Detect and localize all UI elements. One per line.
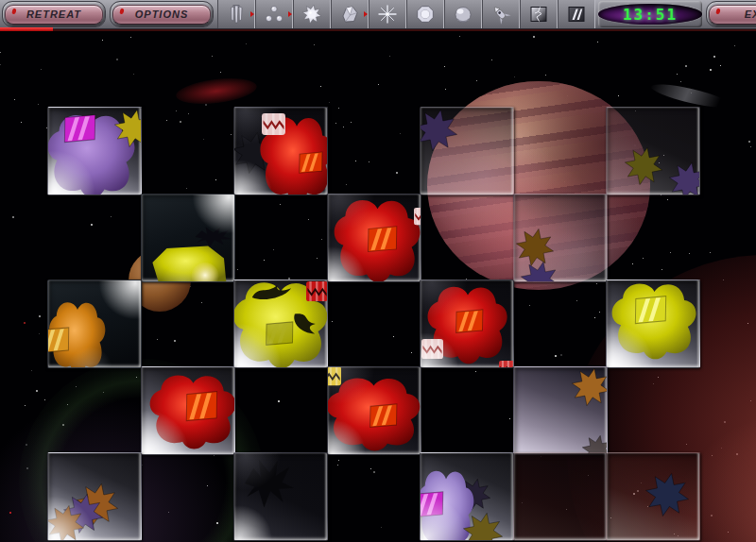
star bbox=[273, 249, 274, 250]
tile-r3c5[interactable] bbox=[513, 366, 608, 455]
star bbox=[597, 42, 598, 42]
star bbox=[338, 108, 339, 109]
red-arrow-marker bbox=[250, 11, 254, 17]
star bbox=[533, 36, 535, 38]
star bbox=[476, 80, 477, 81]
tile-r4c0[interactable] bbox=[47, 452, 142, 541]
star bbox=[264, 260, 265, 261]
star bbox=[445, 89, 446, 90]
options-button[interactable]: OPTIONS bbox=[112, 5, 211, 25]
star bbox=[338, 460, 339, 461]
retreat-button-label: RETREAT bbox=[26, 8, 81, 20]
star bbox=[685, 65, 687, 67]
progress-fill bbox=[0, 27, 53, 31]
tile-r1c1[interactable] bbox=[141, 194, 235, 282]
star bbox=[237, 269, 238, 270]
tile-r3c3[interactable] bbox=[327, 366, 421, 455]
star bbox=[509, 418, 510, 419]
star bbox=[278, 400, 280, 402]
star bbox=[38, 104, 39, 105]
star bbox=[689, 253, 690, 254]
sparkle-tool-icon-button[interactable] bbox=[369, 0, 406, 28]
mine-tool-icon-button[interactable] bbox=[293, 0, 331, 28]
pillar-tool-icon-button[interactable] bbox=[217, 0, 255, 28]
button-accent-icon bbox=[11, 8, 16, 14]
star bbox=[632, 263, 633, 264]
star bbox=[748, 141, 750, 143]
tile-r4c6[interactable] bbox=[606, 452, 700, 541]
star bbox=[713, 56, 715, 58]
star bbox=[111, 216, 112, 217]
star bbox=[369, 161, 369, 162]
star bbox=[157, 339, 158, 340]
star bbox=[133, 74, 134, 75]
tile-r1c5[interactable] bbox=[513, 194, 608, 282]
star bbox=[39, 315, 41, 317]
cracked-tile-tool-icon-button[interactable] bbox=[520, 0, 558, 28]
exit-button-frame: EXIT bbox=[706, 1, 756, 27]
star bbox=[329, 102, 330, 103]
exit-button[interactable]: EXIT bbox=[709, 5, 756, 25]
crystal-tool-icon bbox=[339, 4, 360, 25]
red-arrow-marker bbox=[364, 11, 368, 17]
tile-r0c6[interactable] bbox=[606, 107, 700, 195]
star bbox=[215, 179, 216, 180]
tile-r2c0[interactable] bbox=[47, 279, 142, 368]
star bbox=[351, 122, 352, 123]
retreat-button-frame: RETREAT bbox=[2, 1, 106, 27]
star bbox=[0, 64, 1, 65]
tile-r0c2[interactable] bbox=[233, 107, 328, 195]
star bbox=[396, 172, 398, 174]
star bbox=[560, 354, 562, 356]
tile-r2c6[interactable] bbox=[606, 279, 700, 368]
star bbox=[186, 188, 187, 189]
star bbox=[680, 81, 681, 82]
star bbox=[220, 72, 221, 73]
striped-tile-tool-icon bbox=[566, 4, 587, 25]
tile-r4c2[interactable] bbox=[233, 452, 328, 541]
cracked-tile-tool-icon bbox=[528, 4, 549, 25]
rocket-tool-icon bbox=[490, 4, 511, 25]
options-button-label: OPTIONS bbox=[135, 8, 189, 20]
tile-r0c0[interactable] bbox=[47, 107, 142, 195]
tile-r4c5[interactable] bbox=[513, 452, 608, 541]
star bbox=[750, 146, 751, 147]
tile-r2c2[interactable] bbox=[233, 279, 328, 368]
star bbox=[337, 465, 338, 466]
gem-tool-icon-button[interactable] bbox=[406, 0, 444, 28]
star bbox=[314, 44, 315, 45]
molecules-tool-icon-button[interactable] bbox=[255, 0, 293, 28]
tile-r1c3[interactable] bbox=[327, 194, 421, 282]
star bbox=[373, 471, 375, 473]
crystal-tool-icon-button[interactable] bbox=[331, 0, 369, 28]
timer-oval: 13:51 bbox=[598, 4, 702, 25]
sphere-tool-icon-button[interactable] bbox=[444, 0, 482, 28]
star bbox=[44, 399, 45, 400]
star bbox=[343, 127, 344, 127]
star bbox=[203, 139, 204, 140]
star bbox=[317, 258, 318, 259]
tile-r3c1[interactable] bbox=[141, 366, 235, 455]
tile-r0c4[interactable] bbox=[420, 107, 514, 195]
star bbox=[545, 75, 546, 76]
tile-r2c4[interactable] bbox=[420, 279, 514, 368]
game-screen: RETREAT OPTIONS 13:51 EXIT bbox=[0, 0, 756, 542]
striped-tile-tool-icon-button[interactable] bbox=[558, 0, 595, 28]
star bbox=[201, 302, 202, 303]
tool-icon-row bbox=[217, 0, 595, 28]
star bbox=[246, 43, 247, 44]
star bbox=[280, 204, 281, 205]
star bbox=[188, 113, 189, 114]
star bbox=[491, 59, 492, 60]
tile-r4c4[interactable] bbox=[420, 452, 514, 541]
star bbox=[529, 305, 530, 306]
retreat-button[interactable]: RETREAT bbox=[5, 5, 103, 25]
timer-value: 13:51 bbox=[623, 6, 678, 24]
star bbox=[166, 120, 167, 121]
star bbox=[174, 340, 176, 342]
star bbox=[444, 66, 445, 67]
star bbox=[320, 86, 321, 87]
toolbar: RETREAT OPTIONS 13:51 EXIT bbox=[0, 0, 756, 29]
star bbox=[734, 45, 735, 46]
rocket-tool-icon-button[interactable] bbox=[482, 0, 520, 28]
